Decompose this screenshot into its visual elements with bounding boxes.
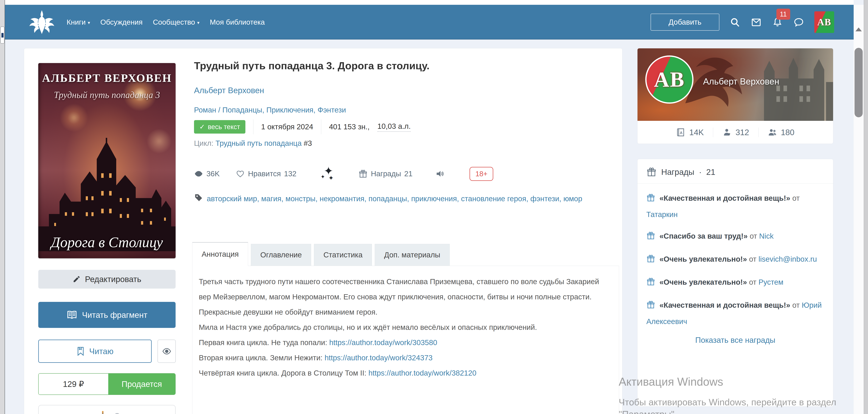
tab-3[interactable]: Доп. материалы: [375, 244, 450, 266]
sparkles-icon[interactable]: ✦✦✦: [321, 166, 335, 182]
award-from-link[interactable]: Nick: [759, 232, 774, 240]
award-from-link[interactable]: lisevich@inbox.ru: [758, 255, 817, 263]
awards-stat[interactable]: Награды 21: [359, 169, 412, 179]
scrollbar-up-arrow-icon[interactable]: [856, 28, 862, 31]
size-characters: 401 153 зн.,: [329, 123, 370, 131]
author-avatar-initials: АВ: [654, 67, 685, 92]
search-icon[interactable]: [729, 17, 741, 28]
tab-0[interactable]: Аннотация: [192, 242, 248, 266]
work-link[interactable]: https://author.today/work/303580: [329, 338, 437, 347]
author-stat-friends: 180: [758, 128, 804, 137]
awards-count: 21: [404, 169, 413, 178]
read-fragment-button[interactable]: Читать фрагмент: [38, 302, 176, 328]
nav-item-label: Книги: [67, 18, 86, 26]
nav-item-label: Сообщество: [153, 18, 195, 26]
fulltext-badge: ✓ весь текст: [194, 120, 245, 134]
tag-separator: ,: [526, 194, 530, 203]
watch-toggle-button[interactable]: [157, 340, 176, 363]
tag-link[interactable]: попаданцы: [369, 194, 407, 203]
award-from-link[interactable]: Рустем: [758, 278, 783, 286]
gift-icon: [646, 230, 655, 245]
genre-link[interactable]: Приключения: [266, 106, 313, 114]
tag-link[interactable]: монстры: [285, 194, 315, 203]
tab-2[interactable]: Статистика: [314, 244, 372, 266]
annotation-text-span: Четвёртая книга цикла. Дорога в Столицу …: [199, 369, 368, 377]
show-all-awards-link[interactable]: Показать все награды: [638, 336, 833, 345]
stats-row: 36K Нравится 132 ✦✦✦ Награды 21: [194, 163, 493, 184]
annotation-paragraph: Вторая книга цикла. Земли Нежити: https:…: [199, 350, 608, 365]
background-window-left-edge: [0, 0, 5, 414]
genre-separator: ,: [313, 106, 317, 114]
tag-link[interactable]: авторский мир: [207, 194, 257, 203]
site-logo-phoenix-icon[interactable]: [28, 8, 56, 36]
tag-link[interactable]: магия: [261, 194, 281, 203]
cycle-link[interactable]: Трудный путь попаданца: [215, 139, 302, 148]
awards-dot: ·: [699, 167, 702, 177]
open-book-icon: [66, 310, 78, 320]
book-author-link[interactable]: Альберт Верховен: [194, 86, 264, 95]
annotation-paragraph: Мила и Настя уже добрались до столицы, н…: [199, 320, 608, 335]
work-link[interactable]: https://author.today/work/382120: [368, 369, 476, 377]
award-quote: «Качественная и достойная вещь!»: [659, 301, 790, 309]
annotation-text-span: Третья часть трудного пути нашего соотеч…: [199, 278, 599, 316]
partial-bottom-button[interactable]: [38, 405, 176, 414]
awards-list: «Качественная и достойная вещь!» от Тата…: [638, 184, 833, 329]
annotation-pane: Третья часть трудного пути нашего соотеч…: [192, 266, 619, 414]
heart-icon: [236, 169, 245, 179]
likes-stat[interactable]: Нравится 132: [236, 169, 297, 179]
award-from-label: от: [790, 301, 802, 309]
tag-link[interactable]: некромантия: [320, 194, 365, 203]
genre-link[interactable]: Попаданцы: [222, 106, 262, 114]
nav-item-2[interactable]: Сообщество▾: [153, 18, 199, 26]
award-quote: «Очень увлекательно!»: [659, 255, 747, 263]
cycle-label: Цикл:: [194, 139, 214, 148]
nav-item-label: Обсуждения: [100, 18, 143, 26]
tags-links: авторский мир, магия, монстры, некромант…: [207, 194, 582, 203]
price-value: 129 ₽: [39, 374, 108, 394]
tag-link[interactable]: юмор: [563, 194, 582, 203]
check-icon: ✓: [199, 123, 205, 131]
add-button[interactable]: Добавить: [651, 13, 719, 31]
age-rating-badge: 18+: [469, 167, 493, 181]
likes-label: Нравится: [248, 169, 281, 178]
nav-item-3[interactable]: Моя библиотека: [210, 18, 265, 26]
chat-icon[interactable]: [793, 17, 804, 28]
book-cover[interactable]: АЛЬБЕРТ ВЕРХОВЕН Трудный путь попаданца …: [38, 63, 176, 258]
nav-item-0[interactable]: Книги▾: [67, 18, 90, 26]
reading-status-button[interactable]: Читаю: [38, 340, 152, 363]
tag-link[interactable]: фэнтези: [530, 194, 559, 203]
scrollbar-thumb[interactable]: [855, 48, 863, 117]
author-avatar[interactable]: АВ: [645, 56, 693, 104]
mail-icon[interactable]: [750, 17, 762, 28]
speaker-icon: [435, 169, 445, 179]
author-card: АВ Альберт Верховен A 14K 312 180: [637, 48, 833, 144]
user-avatar[interactable]: АВ: [814, 11, 834, 33]
tag-link[interactable]: становление героя: [461, 194, 526, 203]
author-name[interactable]: Альберт Верховен: [703, 76, 779, 87]
tag-separator: ,: [315, 194, 320, 203]
audio-stat[interactable]: [435, 169, 445, 179]
sale-status-badge: Продается: [108, 374, 175, 394]
genre-link[interactable]: Фэнтези: [317, 106, 346, 114]
awards-header: Награды · 21: [638, 159, 833, 184]
award-from-label: от: [747, 255, 758, 263]
edit-button[interactable]: Редактировать: [38, 270, 176, 289]
tab-1[interactable]: Оглавление: [251, 244, 311, 266]
genre-form-link[interactable]: Роман: [194, 106, 216, 114]
award-from-label: от: [748, 232, 759, 240]
notifications-bell-icon[interactable]: 11: [772, 17, 783, 28]
browser-scrollbar[interactable]: [854, 5, 864, 414]
cover-series-text: Трудный путь попаданца 3: [38, 90, 176, 100]
tag-separator: ,: [364, 194, 368, 203]
award-from-label: от: [747, 278, 758, 286]
book-page-card: АЛЬБЕРТ ВЕРХОВЕН Трудный путь попаданца …: [24, 48, 622, 414]
price-status-control[interactable]: 129 ₽ Продается: [38, 373, 176, 395]
annotation-paragraph: Первая книга цикла. Не туда попали: http…: [199, 335, 608, 350]
tag-separator: ,: [559, 194, 563, 203]
meta-row: ✓ весь текст 1 октября 2024 401 153 зн.,…: [194, 119, 411, 135]
browser-top-strip: [5, 0, 854, 5]
work-link[interactable]: https://author.today/work/324373: [324, 354, 433, 362]
nav-item-1[interactable]: Обсуждения: [100, 18, 143, 26]
award-from-link[interactable]: Татаркин: [646, 210, 678, 219]
tag-link[interactable]: приключения: [411, 194, 457, 203]
